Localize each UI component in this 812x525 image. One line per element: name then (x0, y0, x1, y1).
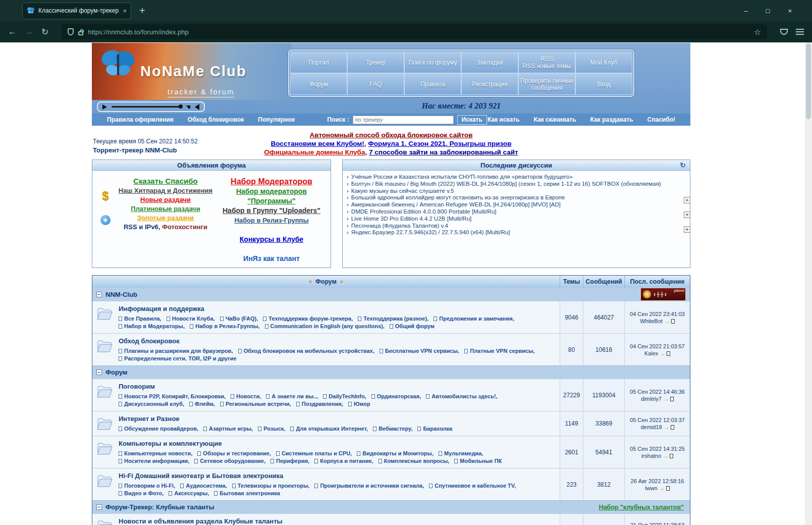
subforum-link[interactable]: Все Правила, (119, 316, 161, 322)
seek-slider[interactable] (112, 106, 182, 108)
subforum-link[interactable]: Розыск, (258, 426, 285, 432)
forum-link[interactable]: Информация и поддержка (119, 305, 204, 312)
goto-last-post-icon[interactable]: → (664, 424, 674, 430)
subforum-link[interactable]: Обход блокировок на мобильных устройства… (238, 348, 374, 354)
subforum-link[interactable]: Платные VPN сервисы, (464, 348, 534, 354)
subforum-link[interactable]: Видеокарты и Мониторы, (357, 450, 434, 456)
goto-last-post-icon[interactable]: → (664, 396, 674, 402)
subforum-link[interactable]: Дискуссионный клуб, (119, 401, 184, 407)
nav-menu-item[interactable]: Закладки (461, 51, 518, 73)
nav-menu-item[interactable]: FAQ (347, 73, 404, 95)
subforum-link[interactable]: Новости P2P, Копирайт, Блокировки, (119, 393, 226, 399)
subforum-link[interactable]: Мобильные ПК (454, 458, 502, 464)
goto-last-post-icon[interactable]: → (660, 350, 670, 356)
discussion-link[interactable]: ›Яндекс.Браузер 22.7.5.946(x32) / 22.7.5… (347, 229, 686, 236)
nav-menu-item[interactable]: Регистрация (461, 73, 518, 95)
forum-link[interactable]: Компьютеры и комплектующие (119, 440, 222, 447)
release-groups-link[interactable]: Набор в Релиз-Группы (234, 216, 308, 225)
subforum-link[interactable]: Бытовая электроника (214, 490, 280, 496)
subforum-link[interactable]: Периферия, (270, 458, 309, 464)
forward-icon[interactable]: → (25, 27, 33, 37)
last-post-user[interactable]: Kalex (644, 350, 659, 356)
volume-icon[interactable] (195, 104, 199, 110)
discussion-link[interactable]: ›Болтун / Bik mauseu / Big Mouth (2022) … (347, 181, 686, 188)
back-icon[interactable]: ← (8, 27, 17, 37)
discussion-link[interactable]: ›Большой адронный коллайдер могут остано… (347, 194, 686, 201)
collapse-icon[interactable]: − (96, 292, 102, 297)
expand-plus-icon[interactable]: + (684, 226, 690, 233)
nav-menu-item[interactable]: Поиск по форуму (404, 51, 461, 73)
discussion-link[interactable]: ›Учёные России и Казахстана испытали СНУ… (347, 174, 686, 181)
hitparade-link[interactable]: Наш Хитпарад и Достижения (119, 186, 212, 195)
refresh-icon[interactable]: ↻ (680, 161, 686, 169)
last-post-user[interactable]: lwwn (645, 485, 657, 491)
subforum-link[interactable]: Вебмастеру, (373, 426, 412, 432)
subforum-link[interactable]: Носители информации, (119, 458, 189, 464)
subnav-link[interactable]: Обход блокировок (188, 116, 244, 123)
subforum-link[interactable]: Флейм, (189, 401, 215, 407)
tracking-shield-icon[interactable] (68, 28, 74, 35)
goto-last-post-icon[interactable]: → (665, 318, 675, 324)
moderators-recruit-link[interactable]: Набор Модераторов (231, 177, 312, 186)
goto-last-post-icon[interactable]: → (663, 453, 673, 459)
sort-icon[interactable]: ▼ (308, 280, 312, 284)
subforum-link[interactable]: Обзоры и тестирование, (197, 450, 271, 456)
nav-menu-item[interactable]: RSS RSS новые темы (518, 51, 575, 73)
maximize-button[interactable]: □ (766, 7, 770, 15)
play-icon[interactable] (102, 104, 107, 110)
subforum-link[interactable]: Автомобилисты здесь!, (426, 393, 497, 399)
section-title[interactable]: NNM-Club (105, 291, 137, 298)
planet-banner-image[interactable]: ॥╫╫॥ planet (640, 288, 686, 301)
subforum-link[interactable]: Аксессуары, (169, 490, 209, 496)
collapse-icon[interactable]: − (96, 504, 102, 510)
nav-menu-item[interactable]: Трекер (347, 51, 404, 73)
subforum-link[interactable]: Телевизоры и проекторы, (232, 483, 310, 489)
inyaz-talent-link[interactable]: ИнЯз как талант (243, 254, 300, 264)
announce-link-5[interactable]: 7 способов зайти на заблокированный сайт (369, 148, 518, 156)
announce-link-2[interactable]: Восстановим всем Клубом! (271, 140, 364, 147)
forum-link[interactable]: Обход блокировок (119, 337, 180, 345)
scrollbar-thumb[interactable] (806, 43, 811, 119)
subnav-link[interactable]: Популярное (258, 116, 295, 123)
lock-icon[interactable] (78, 31, 83, 35)
discussion-link[interactable]: ›DMDE Professional Edition 4.0.0.800 Por… (347, 208, 686, 216)
subforum-link[interactable]: Новости Клуба, (167, 316, 215, 322)
discussion-link[interactable]: ›Американский беженец / American Refugee… (347, 201, 686, 208)
last-post-user[interactable]: demid18 (640, 424, 662, 430)
sort-icon[interactable]: ▼ (340, 280, 344, 284)
subforum-link[interactable]: Communication in English (any questions)… (265, 323, 385, 329)
moderators-programs-link[interactable]: Набор модераторов "Программы" (216, 187, 327, 206)
subforum-link[interactable]: Сетевое оборудование, (194, 458, 265, 464)
last-post-user[interactable]: irshatno (641, 453, 661, 459)
club-talents-recruit-link[interactable]: Набор "клубных талантов" (599, 504, 686, 511)
subforum-link[interactable]: Плагины и расширения для браузеров, (119, 348, 233, 354)
say-thanks-link[interactable]: Сказать Спасибо (133, 177, 197, 186)
subforum-link[interactable]: Азартные игры, (203, 426, 253, 432)
announce-link-1[interactable]: Автономный способ обхода блокировок сайт… (310, 131, 473, 139)
uploaders-group-link[interactable]: Набор в Группу "Uploaders" (223, 206, 320, 216)
subnav-link[interactable]: Как скачивать (534, 116, 576, 123)
expand-plus-icon[interactable]: + (684, 212, 690, 218)
club-contests-link[interactable]: Конкурсы в Клубе (240, 235, 303, 244)
site-logo[interactable]: NoNaMe Club tracker & forum (92, 43, 291, 100)
goto-last-post-icon[interactable]: → (660, 485, 670, 491)
gold-releases-link[interactable]: Золотые раздачи (137, 214, 194, 223)
photo-hosting-link[interactable]: Фотохостинги (162, 223, 207, 232)
subforum-link[interactable]: Юмор (348, 401, 370, 407)
reload-icon[interactable]: ↻ (41, 27, 48, 37)
subforum-link[interactable]: Набор в Релиз-Группы, (190, 323, 259, 329)
subforum-link[interactable]: Новости, (231, 393, 261, 399)
forum-link[interactable]: Интернет и Разное (119, 415, 180, 423)
subforum-link[interactable]: Поговорим о Hi-Fi, (119, 483, 175, 489)
subforum-link[interactable]: Корпуса и питание, (314, 458, 373, 464)
subforum-link[interactable]: Проигрыватели и источники сигнала, (314, 483, 424, 489)
forum-link[interactable]: Hi-Fi Домашний кинотеатр и Бытовая элект… (119, 472, 283, 480)
subforum-link[interactable]: Обсуждение провайдеров, (119, 426, 198, 432)
subforum-link[interactable]: Техподдержка (разное), (358, 316, 428, 322)
last-post-user[interactable]: dimitriy7 (641, 396, 662, 402)
subforum-link[interactable]: Спутниковое и кабельное TV, (429, 483, 516, 489)
new-tab-button[interactable]: + (139, 5, 145, 17)
nav-menu-item[interactable]: Правила (404, 73, 461, 95)
section-title[interactable]: Форум-Трекер: Клубные таланты (105, 503, 214, 511)
discussion-link[interactable]: ›Песочница (Флудилка Талантов) v.4 (347, 223, 686, 230)
